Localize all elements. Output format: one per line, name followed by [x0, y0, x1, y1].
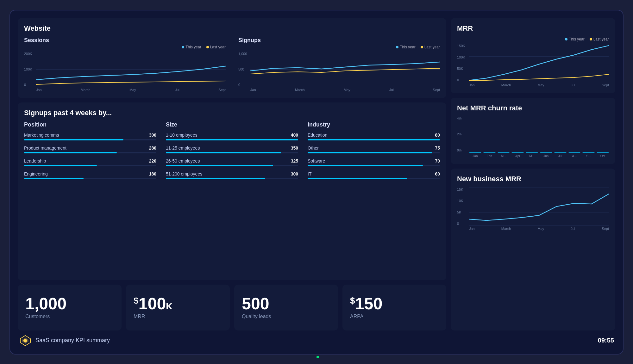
- sessions-y-labels: 200K 100K 0: [24, 52, 36, 87]
- new-mrr-y-labels: 15K 10K 5K 0: [457, 188, 469, 225]
- kpi-customers-label: Customers: [25, 314, 114, 319]
- size-label: Size: [166, 121, 298, 128]
- footer: SaaS company KPI summary 09:55: [18, 335, 615, 346]
- position-row-3: Engineering180: [24, 171, 156, 179]
- signups-last-year-legend: Last year: [421, 45, 440, 49]
- industry-row-2: Software70: [308, 158, 440, 166]
- mrr-this-year-legend: This year: [565, 37, 584, 41]
- mrr-card: MRR This year Last year 150K 100K 50K 0: [451, 18, 615, 93]
- footer-time: 09:55: [598, 337, 614, 344]
- signups-label: Signups: [238, 37, 440, 44]
- mrr-last-year-legend: Last year: [590, 37, 609, 41]
- sessions-x-labels: Jan March May Jul Sept: [24, 88, 226, 92]
- kpi-customers-number: 1,000: [25, 295, 114, 312]
- kpi-leads: 500 Quality leads: [234, 285, 338, 330]
- sessions-label: Sessions: [24, 37, 226, 44]
- left-panel: Website Sessions This year Last year 200…: [18, 18, 446, 330]
- website-card: Website Sessions This year Last year 200…: [18, 18, 446, 98]
- churn-bar-mar: M...: [498, 152, 510, 158]
- right-panel: MRR This year Last year 150K 100K 50K 0: [451, 18, 615, 330]
- kpi-mrr-label: MRR: [134, 314, 222, 319]
- website-title: Website: [24, 24, 440, 33]
- churn-bar-feb: Feb: [483, 152, 496, 158]
- new-mrr-chart-area: 15K 10K 5K 0: [457, 188, 609, 225]
- signups-this-year-legend: This year: [396, 45, 415, 49]
- mrr-y-labels: 150K 100K 50K 0: [457, 44, 469, 82]
- churn-bar-chart: Jan Feb M... Apr: [457, 117, 609, 158]
- signups-chart: Signups This year Last year 1,000 500 0: [238, 37, 440, 92]
- charts-row: Sessions This year Last year 200K 100K 0: [24, 37, 440, 92]
- signups-grid: Position Marketing comms300 Product mana…: [24, 121, 440, 184]
- kpi-arpa-number: $150: [350, 295, 439, 312]
- size-row-3: 51-200 employees300: [166, 171, 298, 179]
- churn-bar-sep: S...: [582, 152, 595, 158]
- signups-breakdown-card: Signups past 4 weeks by... Position Mark…: [18, 102, 446, 280]
- sessions-last-year-legend: Last year: [206, 45, 226, 49]
- kpi-row: 1,000 Customers $100K MRR 500 Quality le…: [18, 285, 446, 330]
- kpi-mrr: $100K MRR: [126, 285, 230, 330]
- new-mrr-title: New business MRR: [457, 175, 609, 183]
- industry-col: Industry Education80 Other75 Software70: [308, 121, 440, 184]
- new-mrr-card: New business MRR 15K 10K 5K 0: [451, 169, 615, 330]
- signups-svg: [250, 52, 440, 87]
- churn-chart-container: 4% 2% 0% Jan Feb: [457, 117, 609, 158]
- kpi-customers: 1,000 Customers: [18, 285, 122, 330]
- kpi-arpa-label: ARPA: [350, 314, 439, 319]
- size-col: Size 1-10 employees400 11-25 employees35…: [166, 121, 298, 184]
- sessions-svg: [36, 52, 226, 87]
- churn-bar-apr: Apr: [511, 152, 524, 158]
- signups-breakdown-title: Signups past 4 weeks by...: [24, 109, 440, 117]
- churn-bar-oct: Oct: [597, 152, 609, 158]
- mrr-chart-area: 150K 100K 50K 0: [457, 44, 609, 82]
- dot-indicator: [316, 356, 319, 358]
- churn-bar-jan: Jan: [469, 152, 481, 158]
- size-row-0: 1-10 employees400: [166, 133, 298, 140]
- footer-left: SaaS company KPI summary: [19, 334, 110, 347]
- mrr-legend: This year Last year: [457, 37, 609, 41]
- kpi-leads-number: 500: [242, 295, 330, 312]
- position-col: Position Marketing comms300 Product mana…: [24, 121, 156, 184]
- sessions-chart: Sessions This year Last year 200K 100K 0: [24, 37, 226, 92]
- position-label: Position: [24, 121, 156, 128]
- churn-bar-aug: A...: [568, 152, 581, 158]
- kpi-leads-label: Quality leads: [242, 314, 330, 319]
- industry-row-1: Other75: [308, 145, 440, 153]
- mrr-title: MRR: [457, 24, 609, 33]
- sessions-this-year-legend: This year: [182, 45, 201, 49]
- churn-card: Net MRR churn rate 4% 2% 0% Jan: [451, 98, 615, 164]
- industry-label: Industry: [308, 121, 440, 128]
- industry-row-3: IT60: [308, 171, 440, 179]
- mrr-svg: [469, 44, 609, 82]
- signups-chart-area: 1,000 500 0: [238, 52, 440, 87]
- kpi-arpa: $150 ARPA: [342, 285, 446, 330]
- screen: Website Sessions This year Last year 200…: [9, 10, 624, 355]
- churn-bar-jun: Jun: [540, 152, 552, 158]
- churn-bar-jul: Jul: [554, 152, 567, 158]
- position-row-2: Leadership220: [24, 158, 156, 166]
- position-row-1: Product management280: [24, 145, 156, 153]
- signups-legend: This year Last year: [238, 45, 440, 49]
- size-row-1: 11-25 employees350: [166, 145, 298, 153]
- footer-title: SaaS company KPI summary: [35, 337, 110, 344]
- industry-row-0: Education80: [308, 133, 440, 140]
- sessions-legend: This year Last year: [24, 45, 226, 49]
- kpi-mrr-number: $100K: [134, 295, 222, 312]
- signups-x-labels: Jan March May Jul Sept: [238, 88, 440, 92]
- mrr-x-labels: Jan March May Jul Sept: [457, 83, 609, 87]
- new-mrr-svg: [469, 188, 609, 225]
- position-row-0: Marketing comms300: [24, 133, 156, 140]
- size-row-2: 26-50 employees325: [166, 158, 298, 166]
- signups-y-labels: 1,000 500 0: [238, 52, 250, 87]
- churn-title: Net MRR churn rate: [457, 104, 609, 112]
- footer-logo-icon: [19, 334, 32, 347]
- main-content: Website Sessions This year Last year 200…: [18, 18, 615, 330]
- sessions-chart-area: 200K 100K 0: [24, 52, 226, 87]
- new-mrr-x-labels: Jan March May Jul Sept: [457, 227, 609, 231]
- churn-bar-may: M...: [526, 152, 538, 158]
